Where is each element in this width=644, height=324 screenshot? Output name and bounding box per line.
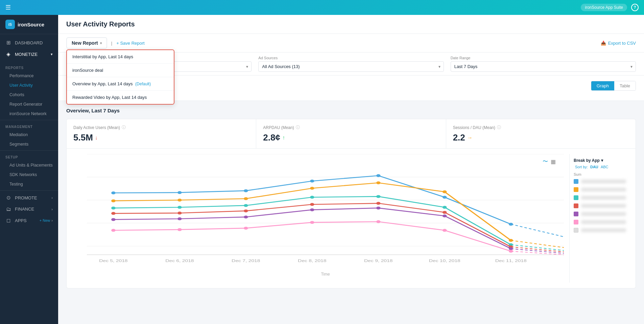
svg-point-14 <box>310 179 314 182</box>
dropdown-item-rewarded[interactable]: Rewarded Video by App, Last 14 days <box>67 91 174 104</box>
svg-text:Dec 8, 2018: Dec 8, 2018 <box>298 259 326 263</box>
apps-new-label[interactable]: + New <box>40 218 50 222</box>
metric-dau-info[interactable]: ⓘ <box>122 125 126 130</box>
line-chart-button[interactable]: 〜 <box>543 158 548 165</box>
svg-text:Dec 6, 2018: Dec 6, 2018 <box>165 259 194 263</box>
legend-label-1 <box>581 180 626 183</box>
dropdown-item-interstitial[interactable]: Interstitial by App, Last 14 days <box>67 50 174 64</box>
sidebar-item-mediation[interactable]: Mediation <box>0 130 58 139</box>
svg-point-11 <box>111 192 116 195</box>
svg-point-28 <box>310 196 314 199</box>
date-range-filter-group: Date Range Last 7 Days <box>451 56 636 72</box>
svg-point-40 <box>177 217 182 220</box>
main-layout: iS ironSource ⊞ DASHBOARD ◈ MONETIZE ▾ R… <box>0 15 644 324</box>
legend-checkbox-3[interactable] <box>574 195 578 200</box>
legend-checkbox-6[interactable] <box>574 220 578 224</box>
top-bar-left: ☰ <box>5 4 11 11</box>
svg-point-49 <box>310 221 314 224</box>
graph-toggle-button[interactable]: Graph <box>591 81 614 90</box>
management-section-title: MANAGEMENT <box>0 122 58 130</box>
ad-sources-select[interactable]: All Ad Sources (13) <box>258 61 444 72</box>
legend-item-4 <box>574 203 626 208</box>
svg-point-19 <box>177 199 182 202</box>
new-report-button[interactable]: New Report ▾ <box>66 37 107 49</box>
chart-svg: 1.6M 1.2M 800K 400K 0 <box>87 154 564 269</box>
legend-label-3 <box>581 196 626 199</box>
sidebar-item-cohorts[interactable]: Cohorts <box>0 90 58 100</box>
legend-checkbox-4[interactable] <box>574 203 578 208</box>
metric-arpdau-arrow: ↑ <box>282 135 285 141</box>
svg-point-25 <box>111 207 116 210</box>
sidebar-item-monetize[interactable]: ◈ MONETIZE ▾ <box>0 48 58 60</box>
reports-section-title: REPORTS <box>0 63 58 71</box>
metric-card-dau: Daily Active Users (Mean) ⓘ 5.5M ↓ <box>67 119 256 148</box>
legend-checkbox-5[interactable] <box>574 212 578 216</box>
svg-point-23 <box>443 190 447 193</box>
svg-point-22 <box>376 181 381 185</box>
hamburger-icon[interactable]: ☰ <box>5 4 11 11</box>
chart-section: Overview, Last 7 Days Daily Active Users… <box>58 101 644 295</box>
sidebar-item-label: PROMOTE <box>15 195 37 200</box>
sidebar-item-testing[interactable]: Testing <box>0 179 58 189</box>
metric-sessions-info[interactable]: ⓘ <box>497 125 501 130</box>
report-toolbar: New Report ▾ | Save Report Interstitial … <box>58 34 644 52</box>
table-toggle-button[interactable]: Table <box>614 81 636 90</box>
sort-dau-button[interactable]: DAU <box>590 165 598 169</box>
logo-icon: iS <box>5 20 15 29</box>
sort-row: Sort by: DAU ABC <box>574 165 626 169</box>
logo-name: ironSource <box>18 22 44 27</box>
svg-point-41 <box>244 216 248 219</box>
bar-chart-button[interactable]: ▦ <box>551 158 556 165</box>
metric-arpdau-info[interactable]: ⓘ <box>296 125 300 130</box>
chevron-down-icon: ▾ <box>51 52 53 57</box>
svg-point-47 <box>177 228 182 231</box>
sort-abc-button[interactable]: ABC <box>601 165 609 169</box>
page-header: User Activity Reports <box>58 15 644 34</box>
svg-text:Dec 5, 2018: Dec 5, 2018 <box>99 259 127 263</box>
graph-table-toggle: Graph Table <box>591 81 636 91</box>
x-axis-title: Time <box>87 272 564 277</box>
sidebar-item-performance[interactable]: Performance <box>0 71 58 81</box>
sidebar-item-sdk-networks[interactable]: SDK Networks <box>0 170 58 179</box>
legend-checkbox-1[interactable] <box>574 179 578 184</box>
monetize-icon: ◈ <box>5 51 11 57</box>
dropdown-overview-label: Overview by App, Last 14 days <box>72 81 133 86</box>
ad-sources-filter-group: Ad Sources All Ad Sources (13) <box>258 56 444 72</box>
chevron-right-icon3: › <box>51 218 53 222</box>
svg-point-26 <box>177 206 182 209</box>
metric-cards: Daily Active Users (Mean) ⓘ 5.5M ↓ ARPDA… <box>66 119 636 149</box>
metric-card-arpdau: ARPDAU (Mean) ⓘ 2.8¢ ↑ <box>256 119 446 148</box>
top-bar-right: ironSource App Suite ? <box>581 4 639 11</box>
sidebar-item-user-activity[interactable]: User Activity <box>0 81 58 90</box>
svg-point-37 <box>443 211 447 214</box>
dropdown-item-ironsource-deal[interactable]: ironSource deal <box>67 64 174 77</box>
export-csv-button[interactable]: 📥 Export to CSV <box>601 41 636 46</box>
date-range-select[interactable]: Last 7 Days <box>451 61 636 72</box>
metric-dau-value: 5.5M ↓ <box>73 132 249 143</box>
page-title: User Activity Reports <box>66 20 636 28</box>
sidebar-item-apps[interactable]: ◻ APPS + New › <box>0 215 58 226</box>
sidebar-item-ad-units-placements[interactable]: Ad Units & Placements <box>0 160 58 170</box>
sidebar-item-segments[interactable]: Segments <box>0 139 58 149</box>
help-icon[interactable]: ? <box>631 4 639 11</box>
sidebar-item-label: MONETIZE <box>15 52 38 57</box>
svg-point-20 <box>244 197 248 200</box>
dropdown-item-overview[interactable]: Overview by App, Last 14 days (Default) <box>67 77 174 91</box>
sidebar-item-report-generator[interactable]: Report Generator <box>0 100 58 109</box>
legend-checkbox-7[interactable] <box>574 228 578 233</box>
svg-text:Dec 10, 2018: Dec 10, 2018 <box>429 259 460 263</box>
legend-checkbox-2[interactable] <box>574 187 578 192</box>
export-label: Export to CSV <box>608 41 636 46</box>
svg-point-51 <box>443 229 447 232</box>
ad-sources-filter-label: Ad Sources <box>258 56 444 60</box>
sidebar-item-promote[interactable]: ⊙ PROMOTE › <box>0 192 58 203</box>
sidebar-item-ironsource-network[interactable]: ironSource Network <box>0 109 58 118</box>
sidebar-item-dashboard[interactable]: ⊞ DASHBOARD <box>0 37 58 48</box>
svg-point-13 <box>244 189 248 192</box>
finance-icon: 🗂 <box>5 206 11 212</box>
save-report-button[interactable]: Save Report <box>116 41 144 46</box>
sidebar-item-label: DASHBOARD <box>15 40 43 45</box>
legend-label-7 <box>581 229 626 232</box>
break-by-button[interactable]: Break by App ▾ <box>574 158 626 163</box>
sidebar-item-finance[interactable]: 🗂 FINANCE › <box>0 203 58 215</box>
